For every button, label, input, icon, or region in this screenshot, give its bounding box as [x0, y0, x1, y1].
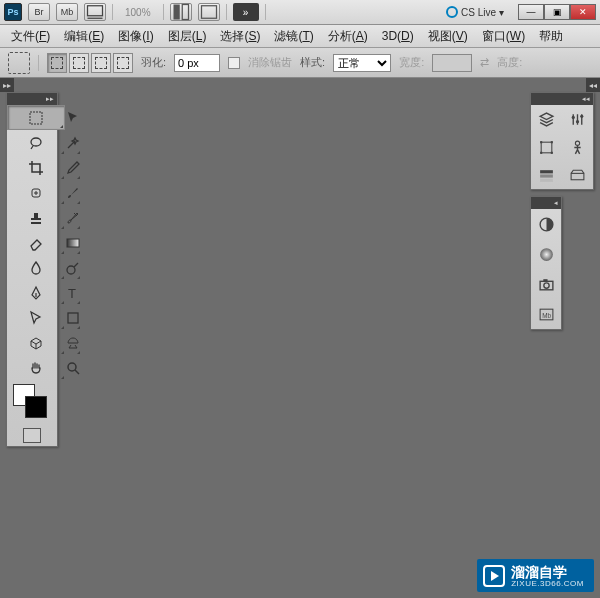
background-color[interactable] — [25, 396, 47, 418]
window-controls: — ▣ ✕ — [518, 4, 596, 20]
current-tool-icon[interactable] — [8, 52, 30, 74]
tool-blur[interactable] — [7, 255, 65, 280]
tool-shape[interactable] — [65, 305, 81, 330]
tools-panel: ▸▸ T — [6, 92, 58, 447]
separator — [226, 4, 227, 20]
cs-live-button[interactable]: CS Live ▾ — [446, 6, 504, 18]
svg-rect-29 — [543, 279, 547, 281]
tool-magic-wand[interactable] — [65, 130, 81, 155]
svg-point-8 — [67, 266, 75, 274]
arrange-docs-button[interactable] — [170, 3, 192, 21]
bridge-button[interactable]: Br — [28, 3, 50, 21]
left-dock-toggle[interactable]: ▸▸ — [0, 78, 14, 92]
svg-rect-24 — [571, 173, 584, 179]
svg-point-14 — [580, 114, 583, 117]
selection-new-button[interactable] — [47, 53, 67, 73]
tool-pen[interactable] — [7, 280, 65, 305]
svg-rect-4 — [201, 6, 216, 19]
tools-panel-collapse[interactable]: ▸▸ — [7, 93, 57, 105]
tool-3d[interactable] — [7, 330, 65, 355]
tool-crop[interactable] — [7, 155, 65, 180]
menu-layer[interactable]: 图层(L) — [161, 25, 214, 48]
menu-help[interactable]: 帮助 — [532, 25, 570, 48]
svg-point-11 — [68, 363, 76, 371]
watermark: 溜溜自学 ZIXUE.3D66.COM — [477, 559, 594, 592]
tool-lasso[interactable] — [7, 130, 65, 155]
style-select[interactable]: 正常 — [333, 54, 391, 72]
screen-layout-button[interactable] — [198, 3, 220, 21]
menu-analysis[interactable]: 分析(A) — [321, 25, 375, 48]
svg-point-20 — [575, 141, 579, 145]
svg-rect-7 — [67, 239, 79, 247]
tool-eraser[interactable] — [7, 230, 65, 255]
menu-edit[interactable]: 编辑(E) — [57, 25, 111, 48]
title-bar: Ps Br Mb 100% » CS Live ▾ — ▣ ✕ — [0, 0, 600, 25]
menu-window[interactable]: 窗口(W) — [475, 25, 532, 48]
styles-icon[interactable] — [562, 161, 593, 189]
separator — [163, 4, 164, 20]
tool-stamp[interactable] — [7, 205, 65, 230]
svg-text:Mb: Mb — [542, 311, 551, 318]
menu-file[interactable]: 文件(F) — [4, 25, 57, 48]
feather-input[interactable] — [174, 54, 220, 72]
tool-hand[interactable] — [7, 355, 65, 380]
panel-collapse[interactable]: ◂ — [531, 197, 561, 209]
minibridge-icon[interactable]: Mb — [531, 299, 561, 329]
svg-point-28 — [543, 282, 548, 287]
svg-point-12 — [572, 115, 575, 118]
camera-icon[interactable] — [531, 269, 561, 299]
selection-subtract-button[interactable] — [91, 53, 111, 73]
tool-dodge[interactable] — [65, 255, 81, 280]
maximize-button[interactable]: ▣ — [544, 4, 570, 20]
svg-rect-3 — [182, 5, 188, 20]
menu-select[interactable]: 选择(S) — [213, 25, 267, 48]
channels-icon[interactable] — [531, 161, 562, 189]
selection-add-button[interactable] — [69, 53, 89, 73]
tool-gradient[interactable] — [65, 230, 81, 255]
tool-healing[interactable] — [7, 180, 65, 205]
svg-rect-16 — [540, 141, 542, 143]
svg-rect-0 — [88, 6, 103, 16]
adjustments-icon[interactable] — [562, 105, 593, 133]
antialias-label: 消除锯齿 — [248, 55, 292, 70]
screen-mode-button[interactable] — [84, 3, 106, 21]
layers-icon[interactable] — [531, 105, 562, 133]
menu-view[interactable]: 视图(V) — [421, 25, 475, 48]
quickmask-toggle[interactable] — [23, 428, 41, 443]
swap-wh-icon: ⇄ — [480, 56, 489, 69]
tool-history-brush[interactable] — [65, 205, 81, 230]
puppet-icon[interactable] — [562, 133, 593, 161]
svg-rect-18 — [540, 151, 542, 153]
tool-brush[interactable] — [65, 180, 81, 205]
tool-eyedropper[interactable] — [65, 155, 81, 180]
selection-intersect-button[interactable] — [113, 53, 133, 73]
close-button[interactable]: ✕ — [570, 4, 596, 20]
tool-zoom[interactable] — [65, 355, 81, 380]
minibridge-button[interactable]: Mb — [56, 3, 78, 21]
color-swatches[interactable] — [7, 380, 57, 424]
tool-path-select[interactable] — [7, 305, 65, 330]
separator — [38, 55, 39, 71]
svg-point-13 — [576, 120, 579, 123]
tool-3d-camera[interactable] — [65, 330, 81, 355]
antialias-checkbox[interactable] — [228, 57, 240, 69]
expand-launchbar-button[interactable]: » — [233, 3, 259, 21]
selection-mode-group — [47, 53, 133, 73]
sphere-icon[interactable] — [531, 239, 561, 269]
transform-icon[interactable] — [531, 133, 562, 161]
menu-image[interactable]: 图像(I) — [111, 25, 160, 48]
right-dock: ◂◂ ◂ Mb — [530, 92, 594, 336]
menu-filter[interactable]: 滤镜(T) — [267, 25, 320, 48]
menu-3d[interactable]: 3D(D) — [375, 26, 421, 46]
minimize-button[interactable]: — — [518, 4, 544, 20]
tool-type[interactable]: T — [65, 280, 81, 305]
half-circle-icon[interactable] — [531, 209, 561, 239]
tool-marquee[interactable] — [7, 105, 65, 130]
zoom-level[interactable]: 100% — [119, 7, 157, 18]
svg-rect-10 — [68, 313, 78, 323]
svg-rect-2 — [173, 5, 179, 20]
tool-move[interactable] — [65, 105, 81, 130]
app-logo-icon: Ps — [4, 3, 22, 21]
panel-collapse[interactable]: ◂◂ — [531, 93, 593, 105]
right-dock-toggle[interactable]: ◂◂ — [586, 78, 600, 92]
